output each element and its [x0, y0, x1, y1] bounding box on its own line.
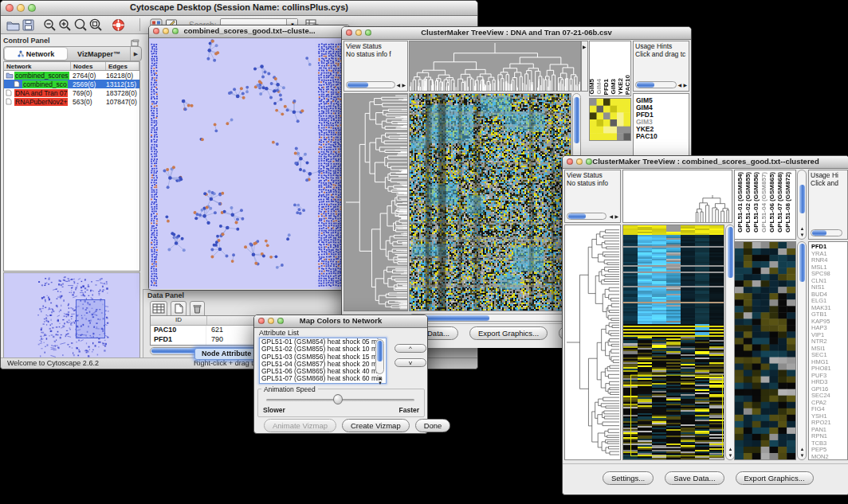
tv1-column-labels[interactable]: GIM5GIM4PFD1GIM3YKE2PAC10: [589, 41, 631, 96]
zoom-in-icon[interactable]: [57, 18, 73, 32]
attribute-list-item[interactable]: GPL51-06 (GSM865) heat shock 40 min: [260, 368, 386, 375]
tv1-col-label-gim4[interactable]: GIM4: [596, 79, 603, 95]
attribute-list-item[interactable]: GPL51-02 (GSM855) heat shock 10 min: [260, 346, 386, 353]
network-row[interactable]: RNAPuberNov2+563(0)107847(0): [4, 97, 139, 106]
scroll-down-arrow[interactable]: ▼: [378, 381, 383, 385]
attribute-list-item[interactable]: GPL51-04 (GSM857) heat shock 20 min: [260, 361, 386, 368]
attribute-list-label: Attribute List: [259, 329, 299, 337]
tv2-heatmap[interactable]: [622, 225, 724, 460]
tv2-button-bar: Settings...Save Data...Export Graphics..…: [603, 471, 814, 485]
tv2-collabel-vscroll[interactable]: ▲ ▼: [797, 170, 807, 240]
birdseye-view[interactable]: [3, 272, 140, 360]
tv2-col-label-gpl5102gsm855[interactable]: GPL51-02 (GSM855): [745, 172, 752, 232]
network-row[interactable]: combined_scores2764(0)16218(0): [4, 71, 139, 80]
tv1-row-dendrogram[interactable]: [344, 93, 408, 311]
tv1-col-label-gim5[interactable]: GIM5: [589, 79, 595, 95]
attribute-listbox[interactable]: GPL51-01 (GSM854) heat shock 05 minGPL51…: [259, 338, 387, 384]
attribute-list-item[interactable]: GPL51-03 (GSM856) heat shock 15 min: [260, 354, 386, 361]
network-name: DNA and Tran 07: [14, 89, 68, 97]
listbox-vscroll[interactable]: [375, 339, 384, 374]
view-status-title: View Status: [344, 41, 407, 50]
open-folder-icon[interactable]: [6, 18, 21, 32]
tv2-col-label-gpl5106gsm865[interactable]: GPL51-06 (GSM865): [769, 172, 775, 232]
scroll-right-arrow[interactable]: ▶: [614, 214, 618, 219]
dialog-button-row: Animate VizmapCreate VizmapDone: [264, 419, 450, 432]
attribute-list-item[interactable]: GPL51-07 (GSM868) heat shock 60 min: [260, 375, 386, 382]
scroll-down-arrow[interactable]: ▼: [800, 232, 805, 237]
tv1-hscrollbar[interactable]: [409, 314, 581, 322]
treeview1-titlebar[interactable]: ClusterMaker TreeView : DNA and Tran 07-…: [342, 27, 691, 40]
scroll-up-arrow[interactable]: ▲: [728, 447, 733, 451]
row-value: 790: [206, 335, 223, 345]
tv1-export-graphics--button[interactable]: Export Graphics...: [469, 326, 548, 340]
tv1-status-hscroll[interactable]: [346, 81, 395, 88]
tv1-col-label-pac10[interactable]: PAC10: [625, 75, 631, 95]
dialog-done-button[interactable]: Done: [415, 419, 451, 432]
scroll-down-arrow[interactable]: ▼: [728, 453, 733, 458]
tv2-usage-hscroll[interactable]: [811, 229, 842, 236]
attribute-list-item[interactable]: GPL51-01 (GSM854) heat shock 05 min: [260, 338, 386, 346]
tv1-column-dendrogram[interactable]: [409, 41, 581, 92]
scroll-right-arrow[interactable]: ▶: [683, 83, 687, 88]
tv2-column-dendrogram[interactable]: [622, 170, 732, 223]
tv1-col-label-yke2[interactable]: YKE2: [618, 78, 624, 95]
tv1-col-scroll-strip[interactable]: ▶: [581, 41, 588, 92]
animation-speed-group: Animation Speed Slower Faster: [257, 389, 425, 417]
column-header-network[interactable]: Network: [4, 62, 71, 70]
column-header[interactable]: ID: [151, 316, 207, 325]
zoom-out-icon[interactable]: [42, 18, 57, 32]
tv1-cluster-matrix[interactable]: [589, 98, 631, 141]
tab-overflow-button[interactable]: ▶: [130, 47, 141, 61]
slider-max-label: Faster: [398, 406, 419, 414]
tab-network[interactable]: Network: [5, 48, 67, 60]
dialog-create-vizmap-button[interactable]: Create Vizmap: [342, 419, 410, 432]
tv2-settings--button[interactable]: Settings...: [603, 471, 654, 485]
network-row[interactable]: combined_sco2569(6)13112(15): [4, 80, 139, 88]
tab-vizmapper[interactable]: VizMapper™: [68, 47, 130, 61]
tv2-row-dendrogram[interactable]: [564, 225, 621, 460]
move-down-button[interactable]: v: [395, 358, 426, 367]
tv2-col-label-gpl5103gsm856[interactable]: GPL51-03 (GSM856): [753, 172, 760, 232]
tv1-row-label-pac10[interactable]: PAC10: [636, 133, 689, 140]
tv2-gene-list[interactable]: PFD1YRA1RNR4MSL1SPC98CLN1NIS1BUD4ELG1MAK…: [808, 241, 848, 460]
help-lifering-icon[interactable]: [111, 18, 126, 32]
scroll-up-arrow[interactable]: ▲: [800, 447, 805, 451]
network-canvas[interactable]: [149, 38, 348, 289]
network-row[interactable]: DNA and Tran 07769(0)183728(0): [4, 88, 139, 97]
tv2-col-label-gpl5101gsm854[interactable]: GPL51-01 (GSM854): [737, 172, 744, 232]
main-titlebar[interactable]: Cytoscape Desktop (Session Name: collins…: [1, 1, 477, 16]
speed-slider-thumb[interactable]: [333, 394, 343, 404]
tv2-zoom-heatmap[interactable]: [734, 241, 796, 460]
scroll-down-arrow[interactable]: ▼: [800, 453, 805, 458]
tv2-save-data--button[interactable]: Save Data...: [665, 471, 724, 485]
move-up-button[interactable]: ^: [395, 344, 426, 353]
gene-mon2[interactable]: MON2: [811, 454, 847, 461]
tv2-status-hscroll[interactable]: [567, 213, 607, 220]
column-header-nodes[interactable]: Nodes: [71, 62, 106, 70]
dialog-animate-vizmap-button[interactable]: Animate Vizmap: [264, 419, 336, 432]
scroll-left-arrow[interactable]: ◀: [609, 214, 613, 219]
scroll-left-arrow[interactable]: ◀: [677, 83, 681, 88]
save-icon[interactable]: [21, 18, 36, 32]
tv2-col-label-gpl5104gsm857[interactable]: GPL51-04 (GSM857): [761, 172, 768, 232]
tv1-usage-hscroll[interactable]: [635, 81, 677, 88]
treeview2-titlebar[interactable]: ClusterMaker TreeView : combined_scores_…: [563, 156, 848, 169]
zoom-selected-icon[interactable]: [73, 18, 88, 32]
tv1-col-label-pfd1[interactable]: PFD1: [603, 79, 610, 95]
scroll-up-arrow[interactable]: ▲: [800, 226, 805, 231]
network-view-titlebar[interactable]: combined_scores_good.txt--cluste...: [149, 25, 350, 38]
zoom-fit-icon[interactable]: [88, 18, 103, 32]
map-colors-dialog: Map Colors to Network Attribute List GPL…: [253, 315, 428, 434]
tv1-col-label-gim3[interactable]: GIM3: [610, 79, 617, 95]
tv2-column-labels[interactable]: GPL51-01 (GSM854)GPL51-02 (GSM855)GPL51-…: [734, 170, 796, 240]
column-header-edges[interactable]: Edges: [106, 62, 139, 70]
tv2-col-label-gpl5107gsm868[interactable]: GPL51-07 (GSM868): [777, 172, 783, 232]
dialog-titlebar[interactable]: Map Colors to Network: [254, 315, 427, 328]
tv2-col-label-gpl5108gsm872[interactable]: GPL51-08 (GSM872): [785, 172, 791, 232]
tv2-zoom-vscroll[interactable]: ▲ ▼: [797, 241, 807, 460]
control-panel-title: Control Panel: [3, 37, 50, 45]
scroll-right-arrow[interactable]: ▶: [402, 83, 406, 88]
tv1-heatmap[interactable]: [409, 93, 571, 311]
tv2-export-graphics--button[interactable]: Export Graphics...: [736, 471, 814, 485]
scroll-left-arrow[interactable]: ◀: [396, 83, 400, 88]
